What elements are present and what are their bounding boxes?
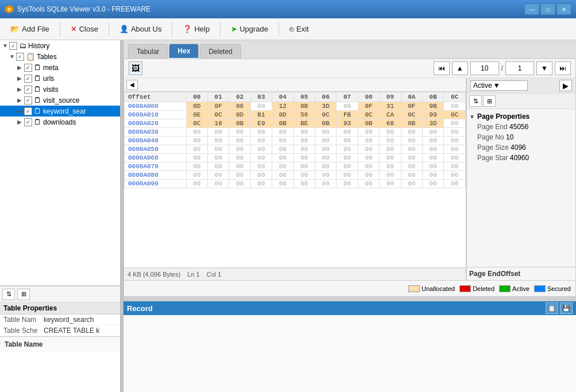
hex-cell[interactable]: 00 [444, 171, 466, 180]
hex-cell[interactable]: 00 [380, 137, 401, 145]
tree-item-tables[interactable]: ▼ 📋 Tables [0, 51, 120, 62]
hex-cell[interactable]: 00 [250, 137, 272, 145]
tree-expand-visits[interactable]: ▶ [17, 86, 24, 92]
hex-cell[interactable]: 00 [337, 180, 358, 188]
hex-cell[interactable]: 00 [315, 154, 336, 162]
hex-cell[interactable]: 0D [272, 111, 293, 119]
tab-hex[interactable]: Hex [169, 44, 199, 59]
tree-checkbox-keyword[interactable] [24, 107, 32, 115]
hex-cell[interactable]: 00 [444, 154, 466, 162]
hex-cell[interactable]: 00 [207, 180, 229, 188]
hex-cell[interactable]: 00 [229, 154, 250, 162]
maximize-button[interactable]: □ [540, 3, 555, 15]
hex-cell[interactable]: 0D [229, 111, 250, 119]
hex-cell[interactable]: 00 [186, 171, 207, 180]
hex-cell[interactable]: 00 [186, 137, 207, 145]
hex-cell[interactable]: 00 [401, 145, 422, 154]
hex-cell[interactable]: 00 [250, 102, 272, 111]
hex-cell[interactable]: 00 [272, 145, 293, 154]
hex-cell[interactable]: 00 [401, 154, 422, 162]
close-button[interactable]: ✕ Close [65, 22, 104, 36]
hex-cell[interactable]: 00 [293, 128, 315, 137]
hex-cell[interactable]: 00 [444, 128, 466, 137]
prop-view-btn[interactable]: ⊞ [17, 289, 30, 300]
hex-cell[interactable]: 00 [186, 162, 207, 171]
upgrade-button[interactable]: ➤ Upgrade [225, 22, 274, 36]
hex-cell[interactable]: 00 [272, 171, 293, 180]
tab-tabular[interactable]: Tabular [128, 44, 168, 59]
hex-cell[interactable]: 00 [423, 128, 444, 137]
hex-cell[interactable]: 0B [358, 119, 379, 128]
hex-cell[interactable]: 00 [186, 154, 207, 162]
hex-cell[interactable]: 00 [229, 180, 250, 188]
hex-cell[interactable]: 0B [401, 119, 422, 128]
nav-prev-button[interactable]: ▲ [452, 61, 468, 75]
tree-checkbox-visits[interactable] [24, 86, 32, 94]
hex-cell[interactable]: FB [337, 111, 358, 119]
hex-cell[interactable]: 3D [315, 102, 336, 111]
hex-cell[interactable]: 00 [358, 145, 379, 154]
hex-cell[interactable]: 00 [229, 171, 250, 180]
hex-cell[interactable]: 00 [444, 137, 466, 145]
tree-expand-downloads[interactable]: ▶ [17, 119, 24, 125]
hex-cell[interactable]: 0C [186, 119, 207, 128]
add-file-button[interactable]: 📂 Add File [5, 22, 55, 36]
hex-cell[interactable]: 00 [207, 162, 229, 171]
hex-cell[interactable]: 00 [401, 162, 422, 171]
hex-cell[interactable]: 0B [315, 119, 336, 128]
minimize-button[interactable]: — [524, 3, 539, 15]
hex-cell[interactable]: 00 [315, 171, 336, 180]
hex-cell[interactable]: 00 [186, 128, 207, 137]
tree-checkbox-history[interactable] [9, 42, 17, 50]
help-button[interactable]: ❓ Help [177, 22, 215, 36]
tree-checkbox-urls[interactable] [24, 75, 32, 83]
tree-item-history[interactable]: ▼ 🗂 History [0, 40, 120, 51]
nav-total-input[interactable] [505, 61, 534, 75]
hex-cell[interactable]: 00 [401, 171, 422, 180]
hex-cell[interactable]: 0D [186, 102, 207, 111]
hex-cell[interactable]: B1 [250, 111, 272, 119]
tree-expand-visit-source[interactable]: ▶ [17, 97, 24, 103]
hex-panel-collapse-btn[interactable]: ◀ [126, 80, 138, 90]
hex-cell[interactable]: 96 [229, 102, 250, 111]
hex-cell[interactable]: 00 [250, 171, 272, 180]
hex-cell[interactable]: 00 [401, 128, 422, 137]
nav-last-button[interactable]: ⏭ [555, 61, 571, 75]
hex-cell[interactable]: 0C [207, 111, 229, 119]
hex-cell[interactable]: 0C [358, 111, 379, 119]
hex-cell[interactable]: 00 [337, 137, 358, 145]
hex-cell[interactable]: 00 [337, 171, 358, 180]
hex-table-wrap[interactable]: Offset 00 01 02 03 04 05 06 07 08 [124, 92, 466, 267]
tree-item-downloads[interactable]: ▶ 🗒 downloads [0, 117, 120, 127]
tree-item-urls[interactable]: ▶ 🗒 urls [0, 73, 120, 84]
hex-cell[interactable]: 00 [380, 145, 401, 154]
hex-cell[interactable]: 00 [444, 119, 466, 128]
hex-cell[interactable]: 3D [423, 119, 444, 128]
hex-cell[interactable]: 00 [401, 180, 422, 188]
hex-cell[interactable]: 00 [423, 154, 444, 162]
hex-cell[interactable]: 00 [293, 154, 315, 162]
hex-cell[interactable]: 0C [401, 111, 422, 119]
hex-cell[interactable]: 00 [315, 128, 336, 137]
hex-cell[interactable]: 0C [315, 111, 336, 119]
hex-cell[interactable]: E9 [250, 119, 272, 128]
hex-cell[interactable]: 0C [444, 111, 466, 119]
props-expand-icon[interactable]: ▼ [469, 114, 475, 120]
tree-checkbox-downloads[interactable] [24, 118, 32, 126]
tree-expand-urls[interactable]: ▶ [17, 75, 24, 81]
hex-cell[interactable]: 00 [250, 128, 272, 137]
hex-cell[interactable]: 00 [315, 180, 336, 188]
hex-cell[interactable]: CA [380, 111, 401, 119]
hex-cell[interactable]: 0B [293, 102, 315, 111]
hex-cell[interactable]: 0E [186, 111, 207, 119]
hex-cell[interactable]: 0B [272, 119, 293, 128]
hex-cell[interactable]: 00 [207, 171, 229, 180]
hex-cell[interactable]: 00 [272, 128, 293, 137]
hex-cell[interactable]: 00 [272, 162, 293, 171]
hex-cell[interactable]: 00 [207, 145, 229, 154]
tree-item-visit-source[interactable]: ▶ 🗒 visit_source [0, 95, 120, 106]
hex-cell[interactable]: 00 [380, 180, 401, 188]
hex-cell[interactable]: 93 [337, 119, 358, 128]
hex-cell[interactable]: 00 [229, 162, 250, 171]
tree-expand-meta[interactable]: ▶ [17, 64, 24, 71]
